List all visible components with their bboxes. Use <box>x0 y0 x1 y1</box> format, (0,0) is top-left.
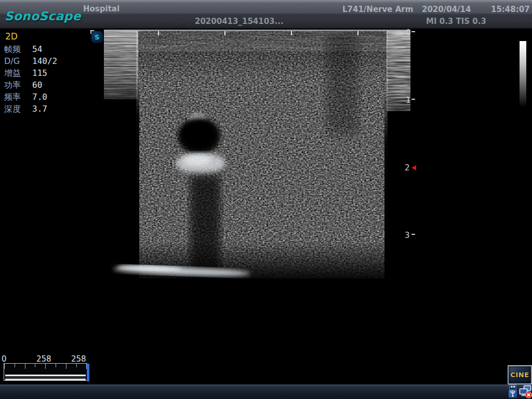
ruler-label-3: 3 <box>405 231 410 240</box>
param-value: 140/2 <box>32 56 57 66</box>
param-row-depth: 深度3.7 <box>4 104 47 115</box>
exam-time: 15:48:07 <box>491 5 530 14</box>
param-row-power: 功率60 <box>4 80 42 91</box>
param-value: 7.0 <box>32 92 47 102</box>
grayscale-bar <box>520 41 526 107</box>
param-label: 深度 <box>4 104 32 115</box>
scale-tick <box>76 364 77 367</box>
scale-tick <box>25 364 25 369</box>
param-value: 54 <box>32 44 42 54</box>
ruler-tick <box>411 31 415 32</box>
ruler-tick <box>411 234 415 235</box>
scale-position-marker <box>87 364 89 381</box>
param-value: 60 <box>32 80 42 90</box>
param-label: 功率 <box>4 80 32 91</box>
param-row-dg: D/G140/2 <box>4 56 57 67</box>
param-row-frequency: 频率7.0 <box>4 92 47 103</box>
param-label: 帧频 <box>4 44 32 55</box>
brand-logo: SonoScape <box>5 9 81 23</box>
gradient-strip <box>5 375 86 380</box>
ruler-label-0: 0 <box>406 28 411 37</box>
scale-label-left: 0 <box>2 354 7 364</box>
cine-button-label: CINE <box>510 371 529 379</box>
network-disconnected-icon[interactable] <box>519 385 532 398</box>
param-value: 3.7 <box>32 104 47 114</box>
scale-tick <box>4 364 5 369</box>
ultrasound-image[interactable] <box>104 29 410 283</box>
scale-tick <box>66 364 66 369</box>
screen: SonoScape Hospital L741/Nerve Arm 2020/0… <box>0 0 532 399</box>
mi-tis-readout: MI 0.3 TIS 0.3 <box>426 17 486 26</box>
mode-badge: 2D <box>5 31 18 42</box>
ruler-tick <box>411 99 415 100</box>
ruler-label-2: 2 <box>405 163 410 172</box>
exam-date: 2020/04/14 <box>422 5 471 14</box>
probe-preset-label: L741/Nerve Arm <box>342 5 413 14</box>
cine-button[interactable]: CINE <box>508 365 532 384</box>
top-status-bar: SonoScape Hospital L741/Nerve Arm 2020/0… <box>0 0 532 29</box>
ruler-label-1: 1 <box>406 96 411 105</box>
usb-icon[interactable] <box>507 384 518 398</box>
sonoscape-s-badge-icon: S <box>91 31 103 43</box>
scale-tick <box>45 364 46 369</box>
scale-tick <box>56 364 56 367</box>
exam-id: 20200413_154103... <box>195 17 284 26</box>
scale-tick <box>15 364 15 367</box>
param-label: 增益 <box>4 68 32 79</box>
focus-marker-icon[interactable] <box>411 165 416 170</box>
scale-label-mid: 258 <box>36 354 51 364</box>
hospital-name: Hospital <box>83 4 119 14</box>
param-row-framerate: 帧频54 <box>4 44 42 55</box>
param-label: 频率 <box>4 92 32 103</box>
param-value: 115 <box>32 68 47 78</box>
s-badge-letter: S <box>95 33 99 41</box>
param-row-gain: 增益115 <box>4 68 47 79</box>
scale-tick <box>35 364 35 367</box>
scale-label-right: 258 <box>71 354 86 364</box>
param-label: D/G <box>4 56 32 66</box>
taskbar <box>0 384 532 399</box>
